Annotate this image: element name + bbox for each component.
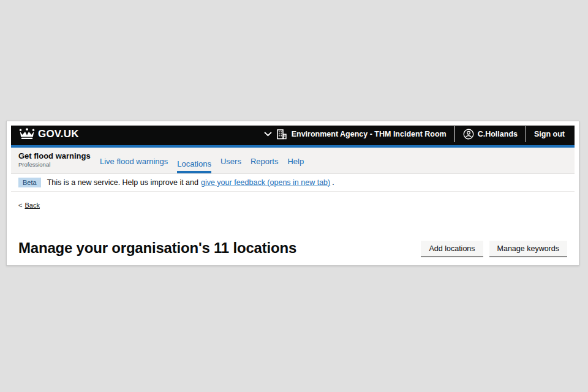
user-account[interactable]: C.Hollands [463,129,518,140]
nav-item-help[interactable]: Help [287,157,304,173]
header-right-group: Environment Agency - THM Incident Room C… [264,126,565,142]
building-icon [277,129,287,140]
phase-banner: Beta This is a new service. Help us impr… [11,174,575,192]
page-actions: Add locations Manage keywords [421,241,567,256]
back-link-row: < Back [18,202,567,209]
back-link[interactable]: < Back [18,202,40,209]
feedback-link[interactable]: give your feedback (opens in new tab) [201,178,330,187]
browser-page-card: GOV.UK [6,121,579,266]
service-title-block: Get flood warnings Professional [18,148,100,173]
back-chevron-icon: < [18,202,22,209]
beta-tag: Beta [18,178,41,187]
nav-item-locations[interactable]: Locations [177,159,211,173]
header-divider [454,126,455,142]
crown-icon [18,128,36,140]
manage-keywords-button[interactable]: Manage keywords [489,241,567,256]
organisation-name: Environment Agency - THM Incident Room [292,130,447,138]
chevron-down-icon [264,132,272,137]
service-navigation: Get flood warnings Professional Live flo… [11,148,575,174]
header-divider [526,126,526,142]
nav-item-live-flood-warnings[interactable]: Live flood warnings [100,157,168,173]
nav-item-users[interactable]: Users [221,157,241,173]
service-descriptor: Professional [18,161,100,168]
page-title: Manage your organisation's 11 locations [18,239,296,257]
sign-out-link[interactable]: Sign out [534,130,565,138]
govuk-header: GOV.UK [11,126,575,148]
add-locations-button[interactable]: Add locations [421,241,483,256]
user-name: C.Hollands [478,130,518,138]
page-heading-row: Manage your organisation's 11 locations … [18,239,567,257]
organisation-switcher[interactable]: Environment Agency - THM Incident Room [264,129,447,140]
user-icon [463,129,474,140]
govuk-logo-link[interactable]: GOV.UK [18,128,79,140]
back-link-label: Back [24,202,39,209]
nav-item-reports[interactable]: Reports [251,157,279,173]
service-name: Get flood warnings [18,151,100,160]
phase-banner-suffix: . [332,178,334,187]
service-nav-links: Live flood warnings Locations Users Repo… [100,148,304,173]
govuk-logo-text: GOV.UK [38,128,79,140]
phase-banner-text: This is a new service. Help us improve i… [47,178,198,187]
